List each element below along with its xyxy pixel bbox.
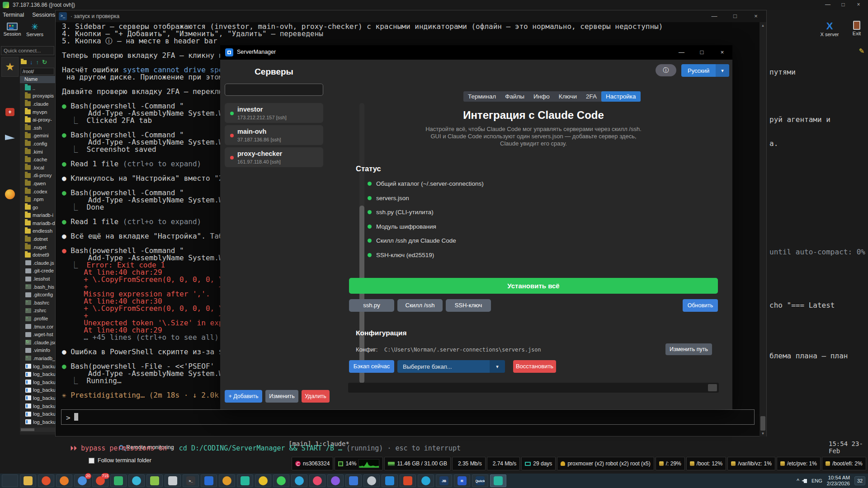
file-row[interactable]: .npm (20, 195, 55, 203)
file-row[interactable]: .cache (20, 155, 55, 164)
checkbox-icon[interactable] (89, 458, 94, 464)
window-control-button[interactable]: — (704, 10, 725, 22)
component-button[interactable]: SSH-ключ (446, 299, 491, 312)
change-path-button[interactable]: Изменить путь (665, 343, 712, 355)
file-row[interactable]: .kimi (20, 148, 55, 156)
window-control-button[interactable]: □ (692, 45, 712, 60)
servers-button[interactable]: ✳ Servers (24, 23, 45, 37)
refresh-icon[interactable]: ↻ (42, 59, 47, 66)
scrollbar-thumb[interactable] (760, 416, 765, 431)
taskbar-clock[interactable]: 10:54 AM 2/23/2026 (827, 475, 850, 487)
upload-icon[interactable]: ↑ (36, 59, 39, 66)
file-row[interactable]: .profile (20, 314, 55, 323)
session-button[interactable]: Session (2, 23, 23, 37)
download-icon[interactable]: ↓ (30, 59, 33, 66)
taskbar-app-button[interactable] (490, 474, 506, 487)
file-row[interactable]: .zshrc (20, 307, 55, 315)
taskbar-app-button[interactable] (165, 474, 181, 487)
taskbar-app-button[interactable] (201, 474, 217, 487)
pencil-icon[interactable]: ✎ (859, 47, 864, 55)
window-control-button[interactable]: × (745, 10, 766, 22)
server-list-item[interactable]: main-ovh 37.187.136.86 [ssh] (225, 125, 323, 145)
servermanager-titlebar[interactable]: ServerManager —□× (220, 45, 732, 60)
server-list-item[interactable]: investor 173.212.212.157 [ssh] (225, 103, 323, 123)
file-row[interactable]: .gitconfig (20, 291, 55, 299)
file-row[interactable]: .. (20, 84, 55, 92)
file-row[interactable]: log_backu (20, 394, 55, 402)
taskbar-app-button[interactable]: Quick (472, 474, 488, 487)
taskbar-app-button[interactable]: 715 (92, 474, 108, 487)
file-row[interactable]: .di-proxy (20, 172, 55, 180)
sftp-path-field[interactable]: /root/ (21, 68, 54, 75)
file-row[interactable]: .ssh (20, 124, 55, 132)
sidebar-tab-tools[interactable]: + (1, 102, 19, 122)
window-control-button[interactable]: □ (725, 10, 745, 22)
file-row[interactable]: ai-proxy- (20, 116, 55, 124)
language-select[interactable]: Русский ▾ (681, 64, 729, 77)
window-control-button[interactable]: × (712, 45, 732, 60)
server-search-input[interactable] (225, 84, 323, 96)
taskbar-app-button[interactable] (309, 474, 326, 487)
file-row[interactable]: .codex (20, 188, 55, 196)
volume-icon[interactable] (804, 479, 807, 483)
file-row[interactable]: log_backu (20, 386, 55, 394)
file-row[interactable]: mariadb-i (20, 211, 55, 220)
tab[interactable]: 2FA (581, 91, 601, 102)
tab[interactable]: Ключи (554, 91, 581, 102)
taskbar-app-button[interactable] (363, 474, 380, 487)
keyboard-language[interactable]: ENG (811, 478, 822, 483)
taskbar-app-button[interactable]: 20 (74, 474, 90, 487)
file-row[interactable]: .tmux.cor (20, 323, 55, 331)
file-row[interactable]: log_backu (20, 418, 55, 426)
taskbar-app-button[interactable]: R (454, 474, 470, 487)
file-row[interactable]: myvpn (20, 108, 55, 116)
file-row[interactable]: .wget-hst (20, 330, 55, 338)
file-row[interactable]: endlessh (20, 227, 55, 235)
file-row[interactable]: .lesshst (20, 275, 55, 283)
window-control-button[interactable]: — (671, 45, 692, 60)
follow-terminal-folder-checkbox[interactable]: Follow terminal folder (89, 457, 151, 464)
tab[interactable]: Инфо (529, 91, 554, 102)
taskbar-app-button[interactable] (255, 474, 271, 487)
file-row[interactable]: .local (20, 164, 55, 172)
taskbar-app-button[interactable] (327, 474, 344, 487)
file-row[interactable]: log_backu (20, 410, 55, 418)
notification-center-button[interactable]: 32 (854, 476, 865, 485)
powershell-titlebar[interactable]: >_ · запуск и проверка —□× (56, 10, 766, 22)
file-row[interactable]: .dotnet (20, 235, 55, 243)
restore-button[interactable]: Восстановить (513, 360, 556, 373)
file-row[interactable]: log_backu (20, 362, 55, 371)
taskbar-app-button[interactable] (382, 474, 398, 487)
taskbar-app-button[interactable] (38, 474, 54, 487)
sidebar-tab-sessions[interactable] (1, 127, 19, 147)
scrollbar-thumb[interactable] (708, 384, 717, 391)
file-row[interactable]: mariadb-d (20, 219, 55, 227)
component-button[interactable]: ssh.py (349, 299, 394, 312)
file-row[interactable]: log_backu (20, 378, 55, 386)
file-row[interactable]: .claude.jso (20, 338, 55, 347)
tab[interactable]: Файлы (500, 91, 529, 102)
menu-item[interactable]: Terminal (3, 12, 24, 18)
file-row[interactable]: .config (20, 140, 55, 148)
window-control-button[interactable]: □ (835, 0, 851, 9)
scroll-down-arrow[interactable]: ▾ (760, 431, 766, 436)
folder-up-icon[interactable] (21, 60, 27, 64)
refresh-button[interactable]: Обновить (683, 299, 718, 312)
taskbar-app-button[interactable] (418, 474, 434, 487)
file-row[interactable]: .viminfo (20, 347, 55, 355)
file-row[interactable]: .claude.js (20, 259, 55, 267)
tab[interactable]: Настройка (601, 91, 640, 102)
file-row[interactable]: .git-crede (20, 267, 55, 275)
file-row[interactable]: dotnet9 (20, 251, 55, 259)
taskbar-app-button[interactable]: JB (436, 474, 452, 487)
sidebar-tab-network[interactable] (1, 184, 19, 204)
file-row[interactable]: go (20, 203, 55, 211)
delete-server-button[interactable]: Удалить (302, 390, 330, 403)
window-control-button[interactable]: × (851, 0, 866, 9)
taskbar-app-button[interactable] (219, 474, 235, 487)
file-row[interactable]: proxyapis (20, 92, 55, 100)
quick-connect-input[interactable] (1, 46, 54, 55)
taskbar-app-button[interactable] (291, 474, 307, 487)
x-server-button[interactable]: X X server (819, 21, 840, 37)
taskbar-app-button[interactable]: >_ (183, 474, 199, 487)
